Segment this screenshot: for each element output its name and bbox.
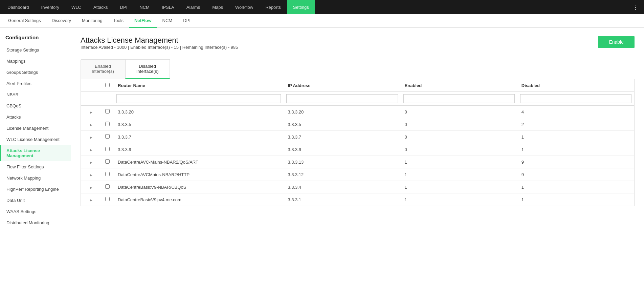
sidebar-item-15[interactable]: Distributed Monitoring (0, 217, 71, 228)
expand-arrow-icon[interactable]: ▶ (90, 136, 92, 139)
top-nav-item-dpi[interactable]: DPI (114, 0, 134, 14)
row-checkbox-cell (101, 193, 114, 206)
expand-cell[interactable]: ▶ (81, 156, 101, 168)
expand-arrow-icon[interactable]: ▶ (90, 198, 92, 202)
expand-arrow-icon[interactable]: ▶ (90, 123, 92, 127)
select-all-checkbox[interactable] (105, 83, 110, 87)
enabled-cell: 1 (401, 193, 517, 206)
top-nav-item-workflow[interactable]: Workflow (229, 0, 259, 14)
router-name-cell: DataCentreAVC-Mains-NBAR2/QoS/ART (114, 156, 284, 168)
sidebar-item-7[interactable]: License Management (0, 123, 71, 134)
router-name-cell: 3.3.3.20 (114, 105, 284, 118)
row-checkbox[interactable] (105, 184, 110, 189)
sidebar-item-6[interactable]: Attacks (0, 111, 71, 123)
router-name-cell: 3.3.3.9 (114, 143, 284, 156)
expand-arrow-icon[interactable]: ▶ (90, 173, 92, 177)
row-checkbox[interactable] (105, 147, 110, 151)
top-nav-item-dashboard[interactable]: Dashboard (1, 0, 35, 14)
enabled-cell: 0 (401, 143, 517, 156)
top-nav-item-alarms[interactable]: Alarms (180, 0, 206, 14)
expand-cell[interactable]: ▶ (81, 118, 101, 131)
disabled-cell: 1 (517, 131, 634, 143)
sidebar-item-5[interactable]: CBQoS (0, 100, 71, 111)
ip-address-cell: 3.3.3.4 (284, 181, 400, 193)
table-wrapper: Router Name IP Address Enabled Disabled (81, 79, 635, 206)
sub-nav-item-6[interactable]: DPI (178, 14, 196, 28)
row-checkbox-cell (101, 105, 114, 118)
table-row: ▶DataCentreAVC-Mains-NBAR2/QoS/ART3.3.3.… (81, 156, 634, 168)
sidebar-item-12[interactable]: HighPerf Reporting Engine (0, 184, 71, 195)
sidebar-item-10[interactable]: Flow Filter Settings (0, 161, 71, 172)
filter-enabled (401, 92, 517, 105)
row-checkbox-cell (101, 156, 114, 168)
top-nav-item-ipsla[interactable]: IPSLA (156, 0, 180, 14)
sub-nav: General SettingsDiscoveryMonitoringTools… (0, 14, 644, 28)
sub-nav-item-4[interactable]: NetFlow (129, 14, 157, 28)
top-nav-item-wlc[interactable]: WLC (65, 0, 87, 14)
top-nav-item-settings[interactable]: Settings (287, 0, 315, 14)
filter-ip-input[interactable] (286, 94, 398, 103)
expand-cell[interactable]: ▶ (81, 193, 101, 206)
filter-expand (81, 92, 101, 105)
sidebar-item-14[interactable]: WAAS Settings (0, 206, 71, 217)
row-checkbox-cell (101, 181, 114, 193)
col-ip-address: IP Address (284, 79, 400, 92)
col-expand (81, 79, 101, 92)
expand-arrow-icon[interactable]: ▶ (90, 186, 92, 189)
top-nav-item-ncm[interactable]: NCM (133, 0, 156, 14)
sub-nav-item-1[interactable]: Discovery (46, 14, 76, 28)
enabled-cell: 0 (401, 131, 517, 143)
sidebar-item-11[interactable]: Network Mapping (0, 172, 71, 184)
sidebar-item-8[interactable]: WLC License Management (0, 134, 71, 145)
expand-cell[interactable]: ▶ (81, 143, 101, 156)
table-row: ▶3.3.3.203.3.3.2004 (81, 105, 634, 118)
filter-row (81, 92, 634, 105)
sub-nav-item-3[interactable]: Tools (108, 14, 129, 28)
expand-cell[interactable]: ▶ (81, 181, 101, 193)
expand-arrow-icon[interactable]: ▶ (90, 148, 92, 152)
filter-checkbox (101, 92, 114, 105)
expand-arrow-icon[interactable]: ▶ (90, 161, 92, 164)
tab-1[interactable]: Disabled Interface(s) (125, 59, 170, 79)
sub-nav-item-5[interactable]: NCM (157, 14, 178, 28)
expand-cell[interactable]: ▶ (81, 105, 101, 118)
row-checkbox[interactable] (105, 134, 110, 139)
sidebar-item-0[interactable]: Storage Settings (0, 44, 71, 56)
ip-address-cell: 3.3.3.20 (284, 105, 400, 118)
row-checkbox[interactable] (105, 172, 110, 176)
sidebar-item-1[interactable]: Mappings (0, 56, 71, 67)
enable-button[interactable]: Enable (598, 36, 635, 48)
row-checkbox-cell (101, 118, 114, 131)
filter-enabled-input[interactable] (403, 94, 515, 103)
sidebar-item-2[interactable]: Groups Settings (0, 67, 71, 78)
expand-arrow-icon[interactable]: ▶ (90, 110, 92, 114)
router-name-cell: 3.3.3.5 (114, 118, 284, 131)
tab-0[interactable]: Enabled Interface(s) (81, 59, 125, 79)
row-checkbox[interactable] (105, 159, 110, 164)
top-nav-item-reports[interactable]: Reports (259, 0, 287, 14)
row-checkbox[interactable] (105, 109, 110, 113)
sidebar-item-4[interactable]: NBAR (0, 89, 71, 100)
top-nav-item-attacks[interactable]: Attacks (87, 0, 114, 14)
top-nav: DashboardInventoryWLCAttacksDPINCMIPSLAA… (0, 0, 644, 14)
table-row: ▶DataCentreBasicV9-NBAR/CBQoS3.3.3.411 (81, 181, 634, 193)
sub-nav-item-0[interactable]: General Settings (3, 14, 46, 28)
more-options-icon[interactable]: ⋮ (628, 3, 643, 11)
top-nav-item-inventory[interactable]: Inventory (35, 0, 65, 14)
sidebar-item-13[interactable]: Data Unit (0, 195, 71, 206)
top-nav-item-maps[interactable]: Maps (206, 0, 229, 14)
sidebar-items: Storage SettingsMappingsGroups SettingsA… (0, 44, 71, 228)
row-checkbox[interactable] (105, 197, 110, 201)
expand-cell[interactable]: ▶ (81, 131, 101, 143)
table-row: ▶3.3.3.93.3.3.901 (81, 143, 634, 156)
sub-nav-item-2[interactable]: Monitoring (76, 14, 108, 28)
enabled-cell: 0 (401, 105, 517, 118)
filter-router-name-input[interactable] (116, 94, 281, 103)
ip-address-cell: 3.3.3.1 (284, 193, 400, 206)
disabled-cell: 4 (517, 105, 634, 118)
row-checkbox[interactable] (105, 122, 110, 126)
sidebar-item-9[interactable]: Attacks License Management (0, 145, 71, 161)
expand-cell[interactable]: ▶ (81, 168, 101, 181)
sidebar-item-3[interactable]: Alert Profiles (0, 78, 71, 89)
filter-disabled-input[interactable] (520, 94, 631, 103)
